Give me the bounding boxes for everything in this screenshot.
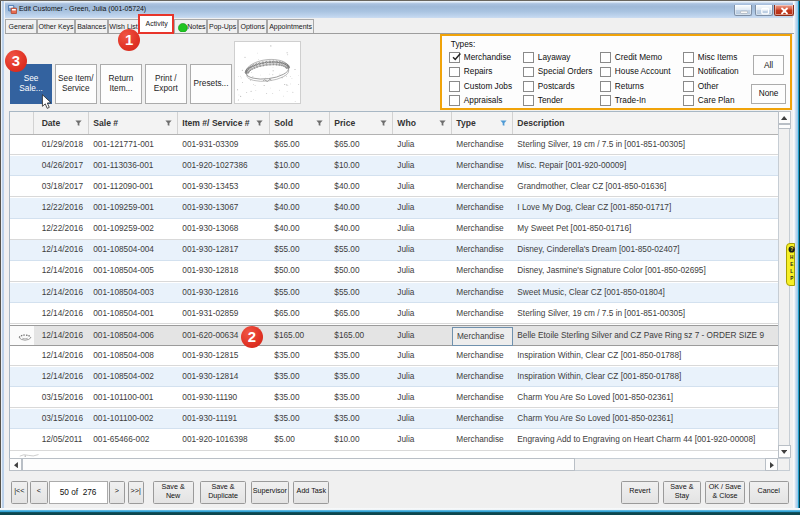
svg-text:E: E (790, 262, 793, 267)
svg-text:L: L (790, 269, 793, 274)
svg-text:H: H (790, 255, 794, 260)
svg-text:?: ? (790, 246, 793, 252)
svg-text:P: P (790, 276, 793, 281)
